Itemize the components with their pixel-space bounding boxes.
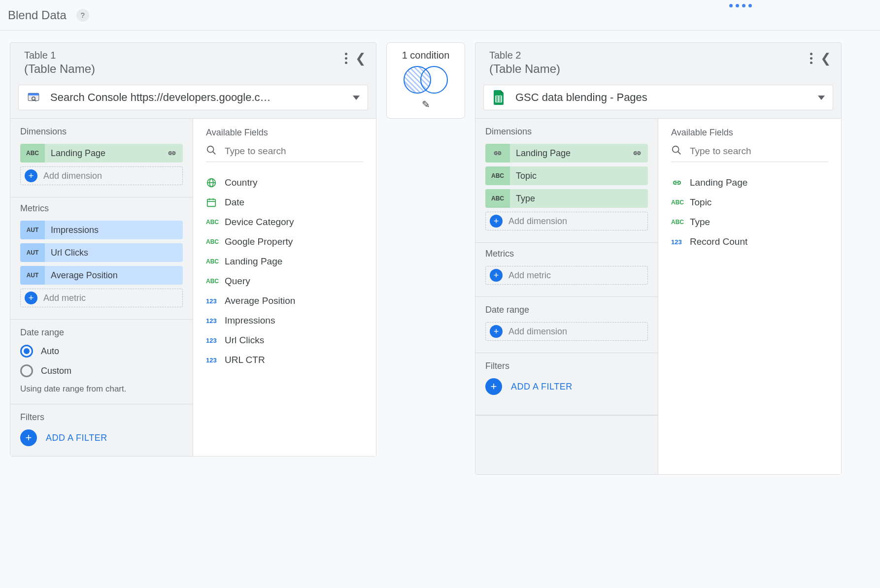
table2-source-label: GSC data blending - Pages — [515, 91, 818, 104]
search-icon — [671, 145, 682, 158]
add-dimension-button[interactable]: + Add dimension — [485, 212, 648, 230]
available-field-row[interactable]: ABCType — [671, 212, 828, 232]
metric-chip[interactable]: AUT Impressions — [20, 221, 183, 239]
table1-source-label: Search Console https://developers.google… — [50, 91, 353, 104]
add-daterange-dimension-button[interactable]: + Add dimension — [485, 322, 648, 341]
field-type-icon: 123 — [206, 337, 225, 344]
table2-dimensions-section: Dimensions Landing Page ABC Topic — [475, 119, 658, 243]
table1-number: Table 1 — [24, 50, 95, 61]
dimension-chip[interactable]: ABC Landing Page — [20, 144, 183, 163]
field-type-icon: ABC — [206, 258, 225, 265]
dimension-chip[interactable]: ABC Type — [485, 189, 648, 208]
venn-left-join-icon — [404, 66, 448, 94]
daterange-heading: Date range — [485, 305, 648, 315]
table2-metrics-section: Metrics + Add metric — [475, 243, 658, 297]
aut-type-icon: AUT — [20, 221, 45, 239]
drag-handle-icon[interactable] — [729, 4, 752, 7]
plus-icon: + — [25, 169, 37, 182]
available-search[interactable] — [206, 145, 363, 162]
join-condition-label: 1 condition — [402, 50, 450, 61]
available-field-row[interactable]: 123Impressions — [206, 311, 363, 330]
chevron-left-icon[interactable]: ❮ — [355, 51, 366, 66]
field-type-icon — [206, 177, 225, 188]
table2-source-select[interactable]: GSC data blending - Pages — [483, 85, 833, 110]
table1-source-select[interactable]: Search Console https://developers.google… — [18, 85, 368, 110]
page-header: Blend Data ? — [0, 0, 880, 31]
abc-type-icon: ABC — [485, 166, 510, 185]
metrics-heading: Metrics — [20, 203, 183, 214]
field-type-icon — [206, 197, 225, 208]
add-metric-button[interactable]: + Add metric — [485, 266, 648, 285]
available-fields-heading: Available Fields — [671, 128, 828, 138]
available-field-row[interactable]: ABCDevice Category — [206, 212, 363, 232]
table2-filters-section: Filters + ADD A FILTER — [475, 353, 658, 415]
chevron-left-icon[interactable]: ❮ — [820, 51, 831, 66]
available-field-row[interactable]: ABCTopic — [671, 193, 828, 212]
available-field-row[interactable]: ABCQuery — [206, 271, 363, 291]
pencil-icon: ✎ — [422, 98, 430, 110]
field-label: Average Position — [225, 295, 295, 306]
available-field-row[interactable]: Country — [206, 173, 363, 193]
search-input[interactable] — [690, 146, 828, 157]
join-config-card[interactable]: 1 condition ✎ — [386, 42, 465, 119]
field-type-icon: ABC — [206, 278, 225, 285]
available-field-row[interactable]: Landing Page — [671, 173, 828, 193]
field-type-icon: 123 — [206, 297, 225, 305]
field-label: Landing Page — [225, 256, 282, 267]
field-label: Type — [690, 217, 710, 228]
search-console-icon — [27, 91, 40, 104]
field-label: Device Category — [225, 217, 294, 228]
field-label: Url Clicks — [225, 335, 264, 346]
chip-label: Landing Page — [510, 148, 626, 159]
table2-number: Table 2 — [489, 50, 560, 61]
svg-rect-9 — [207, 199, 216, 207]
plus-icon: + — [490, 215, 503, 228]
field-type-icon: 123 — [671, 238, 690, 246]
table2-card: Table 2 (Table Name) ❮ GSC data blending… — [475, 42, 842, 475]
dimensions-heading: Dimensions — [20, 127, 183, 137]
chip-label: Type — [510, 194, 648, 204]
daterange-auto-radio[interactable]: Auto — [20, 345, 183, 358]
available-field-row[interactable]: ABCLanding Page — [206, 252, 363, 271]
search-input[interactable] — [225, 146, 363, 157]
available-field-row[interactable]: 123URL CTR — [206, 350, 363, 370]
dimension-chip[interactable]: ABC Topic — [485, 166, 648, 185]
add-dimension-button[interactable]: + Add dimension — [20, 166, 183, 185]
field-type-icon: ABC — [671, 219, 690, 226]
field-label: Query — [225, 276, 250, 287]
kebab-menu-icon[interactable] — [808, 51, 814, 66]
plus-icon: + — [485, 378, 502, 395]
table2-daterange-section: Date range + Add dimension — [475, 297, 658, 353]
field-type-icon — [671, 179, 690, 186]
field-label: Landing Page — [690, 177, 747, 188]
plus-icon: + — [490, 269, 503, 282]
dimension-chip[interactable]: Landing Page — [485, 144, 648, 163]
table1-name[interactable]: (Table Name) — [24, 62, 95, 76]
metric-chip[interactable]: AUT Url Clicks — [20, 243, 183, 262]
available-field-row[interactable]: Date — [206, 193, 363, 212]
add-metric-button[interactable]: + Add metric — [20, 289, 183, 307]
available-fields-heading: Available Fields — [206, 128, 363, 138]
metric-chip[interactable]: AUT Average Position — [20, 266, 183, 285]
abc-type-icon: ABC — [20, 144, 45, 163]
available-field-row[interactable]: 123Url Clicks — [206, 330, 363, 350]
add-filter-button[interactable]: + ADD A FILTER — [485, 378, 648, 395]
workspace: Table 1 (Table Name) ❮ Search Console ht… — [0, 31, 880, 487]
filters-heading: Filters — [485, 361, 648, 371]
table1-header: Table 1 (Table Name) ❮ — [10, 43, 376, 85]
available-field-row[interactable]: 123Record Count — [671, 232, 828, 252]
add-filter-button[interactable]: + ADD A FILTER — [20, 429, 183, 446]
kebab-menu-icon[interactable] — [343, 51, 349, 66]
filters-heading: Filters — [20, 412, 183, 423]
aut-type-icon: AUT — [20, 243, 45, 262]
available-search[interactable] — [671, 145, 828, 162]
field-label: URL CTR — [225, 355, 265, 365]
daterange-custom-radio[interactable]: Custom — [20, 364, 183, 377]
table2-name[interactable]: (Table Name) — [489, 62, 560, 76]
available-field-row[interactable]: ABCGoogle Property — [206, 232, 363, 252]
available-field-row[interactable]: 123Average Position — [206, 291, 363, 311]
help-icon[interactable]: ? — [76, 9, 89, 22]
table1-metrics-section: Metrics AUT Impressions AUT Url Clicks A… — [10, 197, 193, 320]
daterange-hint: Using date range from chart. — [20, 384, 183, 394]
table2-header: Table 2 (Table Name) ❮ — [475, 43, 841, 85]
